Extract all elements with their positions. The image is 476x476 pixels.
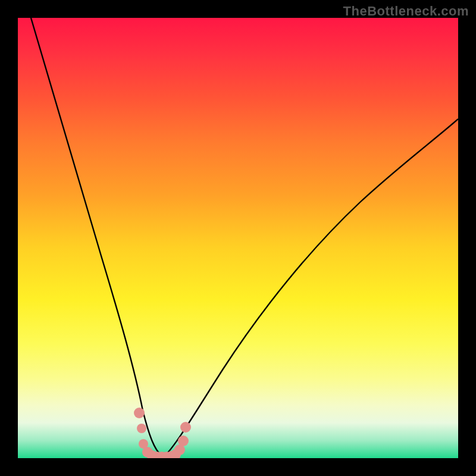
svg-point-1 xyxy=(137,424,146,433)
svg-point-0 xyxy=(134,408,145,418)
plot-area xyxy=(18,18,458,458)
watermark-text: TheBottleneck.com xyxy=(343,4,469,19)
left-curve xyxy=(31,18,164,457)
svg-point-12 xyxy=(180,422,191,433)
right-curve xyxy=(164,119,458,457)
curves-svg xyxy=(18,18,458,458)
svg-point-11 xyxy=(178,436,189,446)
chart-frame: TheBottleneck.com xyxy=(0,0,476,476)
